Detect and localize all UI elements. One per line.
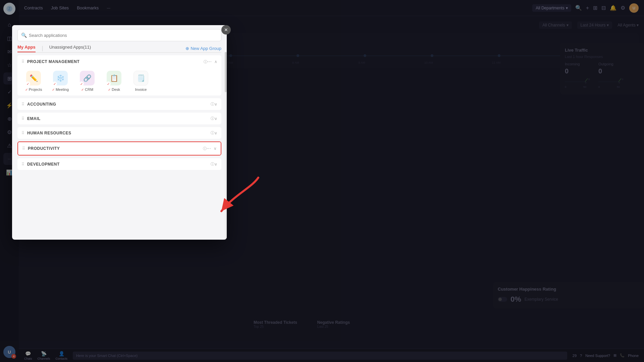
app-meeting[interactable]: ❄️ ✓ ✓ Meeting [48,71,72,92]
more-icon-productivity[interactable]: ··· [207,145,211,152]
group-actions-pm: ··· ∧ [207,59,217,65]
info-icon-hr[interactable]: ⓘ [211,130,214,135]
group-actions-email: ∨ [214,116,217,121]
chevron-hr[interactable]: ∨ [214,131,217,135]
app-projects[interactable]: ✏️ ✓ ✓ Projects [21,71,46,92]
group-header-hr[interactable]: ⠿ HUMAN RESOURCES ⓘ ∨ [17,127,221,139]
modal-body: ⠿ PROJECT MANAGEMENT ⓘ ··· ∧ ✏️ ✓ ✓ Proj… [12,53,227,240]
info-icon-development[interactable]: ⓘ [211,162,214,167]
chevron-productivity[interactable]: ∨ [214,146,217,151]
search-bar[interactable]: 🔍 [17,29,221,41]
scrollbar-track[interactable] [225,52,227,240]
modal-close-button[interactable]: ✕ [221,25,231,35]
plus-icon: ⊕ [185,46,189,51]
drag-handle-hr: ⠿ [21,131,24,135]
group-development: ⠿ DEVELOPMENT ⓘ ∨ [17,158,221,170]
info-icon-productivity[interactable]: ⓘ [203,146,207,151]
scrollbar-thumb[interactable] [225,52,227,92]
chevron-pm[interactable]: ∧ [214,59,217,64]
group-name-pm: PROJECT MANAGEMENT [27,59,202,64]
chevron-accounting[interactable]: ∨ [214,102,217,107]
group-accounting: ⠿ ACCOUNTING ⓘ ∨ [17,98,221,110]
group-email: ⠿ EMAIL ⓘ ∨ [17,113,221,124]
group-name-productivity: PRODUCTIVITY [28,146,202,151]
app-label-desk: ✓ Desk [108,87,120,92]
group-actions-productivity: ··· ∨ [207,145,217,152]
tab-unassigned-apps[interactable]: Unassigned Apps(11) [49,45,91,52]
check-projects: ✓ [25,81,30,86]
app-label-projects: ✓ Projects [25,87,42,92]
group-name-hr: HUMAN RESOURCES [27,131,209,135]
app-desk[interactable]: 📋 ✓ ✓ Desk [102,71,126,92]
app-icon-crm: 🔗 ✓ [80,71,95,85]
group-name-accounting: ACCOUNTING [27,102,209,107]
new-group-label: New App Group [191,46,221,51]
group-header-development[interactable]: ⠿ DEVELOPMENT ⓘ ∨ [17,158,221,170]
chevron-email[interactable]: ∨ [214,116,217,121]
app-icon-invoice: 🗒️ [133,71,148,85]
info-icon-email[interactable]: ⓘ [211,116,214,121]
app-icon-meeting: ❄️ ✓ [53,71,68,85]
app-invoice[interactable]: 🗒️ Invoice [129,71,153,92]
group-productivity: ⠿ PRODUCTIVITY ⓘ ··· ∨ [17,141,221,156]
group-header-email[interactable]: ⠿ EMAIL ⓘ ∨ [17,113,221,124]
group-project-management: ⠿ PROJECT MANAGEMENT ⓘ ··· ∧ ✏️ ✓ ✓ Proj… [17,55,221,96]
drag-handle-accounting: ⠿ [21,102,24,107]
more-icon-pm[interactable]: ··· [207,59,212,65]
app-grid-pm: ✏️ ✓ ✓ Projects ❄️ ✓ ✓ Meeting [17,68,221,96]
info-icon-accounting[interactable]: ⓘ [211,102,214,107]
group-header-accounting[interactable]: ⠿ ACCOUNTING ⓘ ∨ [17,98,221,110]
group-actions-development: ∨ [214,162,217,167]
app-icon-desk: 📋 ✓ [107,71,121,85]
app-label-meeting: ✓ Meeting [52,87,69,92]
group-name-development: DEVELOPMENT [27,162,209,167]
group-actions-accounting: ∨ [214,102,217,107]
info-icon-pm[interactable]: ⓘ [204,59,207,64]
group-header-pm[interactable]: ⠿ PROJECT MANAGEMENT ⓘ ··· ∧ [17,55,221,68]
search-input[interactable] [29,33,218,38]
check-desk: ✓ [106,81,111,86]
new-group-button[interactable]: ⊕ New App Group [185,46,221,51]
app-crm[interactable]: 🔗 ✓ ✓ CRM [75,71,99,92]
app-label-invoice: Invoice [135,87,147,92]
app-icon-projects: ✏️ ✓ [26,71,41,85]
search-icon: 🔍 [21,33,27,38]
group-name-email: EMAIL [27,116,209,121]
modal-tabs: My Apps Unassigned Apps(11) ⊕ New App Gr… [12,41,227,52]
check-crm: ✓ [79,81,84,86]
tab-my-apps[interactable]: My Apps [17,45,36,52]
group-actions-hr: ∨ [214,131,217,135]
app-modal: 🔍 My Apps Unassigned Apps(11) ⊕ New App … [12,25,227,240]
drag-handle-development: ⠿ [21,162,24,167]
drag-handle-pm: ⠿ [21,59,24,64]
chevron-development[interactable]: ∨ [214,162,217,167]
check-meeting: ✓ [52,81,57,86]
group-header-productivity[interactable]: ⠿ PRODUCTIVITY ⓘ ··· ∨ [18,142,221,155]
app-label-crm: ✓ CRM [81,87,93,92]
modal-header: 🔍 [12,25,227,41]
drag-handle-email: ⠿ [21,116,24,121]
tab-divider [42,46,43,51]
drag-handle-productivity: ⠿ [22,146,25,151]
group-hr: ⠿ HUMAN RESOURCES ⓘ ∨ [17,127,221,139]
